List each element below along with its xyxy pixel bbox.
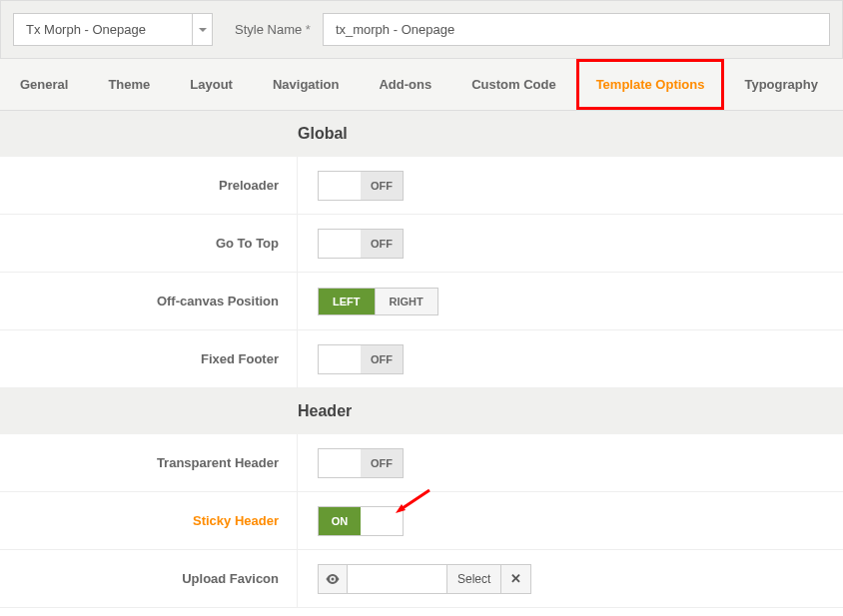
field-go-to-top: Go To Top OFF <box>0 215 843 273</box>
clear-button[interactable]: ✕ <box>501 564 531 594</box>
section-title-header: Header <box>0 388 843 434</box>
template-select-caret[interactable] <box>193 13 213 46</box>
toggle-off: OFF <box>361 449 403 477</box>
toggle-off: OFF <box>361 230 403 258</box>
select-button[interactable]: Select <box>447 564 501 594</box>
tabs: General Theme Layout Navigation Add-ons … <box>0 59 843 111</box>
toggle-transparent-header[interactable]: OFF <box>318 448 404 478</box>
field-upload-favicon: Upload Favicon Select ✕ <box>0 550 843 608</box>
toggle-off: OFF <box>361 172 403 200</box>
tab-typography[interactable]: Typography <box>724 59 837 110</box>
btn-off-canvas-right[interactable]: RIGHT <box>376 289 437 314</box>
field-sticky-header: Sticky Header ON <box>0 492 843 550</box>
toggle-on: ON <box>319 507 361 535</box>
tab-custom-code[interactable]: Custom Code <box>451 59 576 110</box>
tab-general[interactable]: General <box>0 59 88 110</box>
toggle-off: OFF <box>361 345 403 373</box>
chevron-down-icon <box>199 28 207 32</box>
btn-off-canvas-left[interactable]: LEFT <box>319 289 376 314</box>
field-transparent-header: Transparent Header OFF <box>0 434 843 492</box>
top-bar: Tx Morph - Onepage Style Name * <box>0 0 843 59</box>
template-select[interactable]: Tx Morph - Onepage <box>13 13 193 46</box>
toggle-blank <box>319 345 361 373</box>
toggle-blank <box>319 230 361 258</box>
section-title-global: Global <box>0 111 843 157</box>
label-sticky-header: Sticky Header <box>0 492 298 549</box>
field-off-canvas: Off-canvas Position LEFT RIGHT <box>0 273 843 330</box>
label-fixed-footer: Fixed Footer <box>0 330 298 387</box>
toggle-preloader[interactable]: OFF <box>318 171 404 201</box>
tab-navigation[interactable]: Navigation <box>253 59 359 110</box>
label-go-to-top: Go To Top <box>0 215 298 272</box>
style-name-input[interactable] <box>323 13 830 46</box>
btn-group-off-canvas: LEFT RIGHT <box>318 288 438 315</box>
tab-template-options[interactable]: Template Options <box>576 59 725 110</box>
tab-theme[interactable]: Theme <box>88 59 170 110</box>
field-fixed-footer: Fixed Footer OFF <box>0 330 843 388</box>
tab-layout[interactable]: Layout <box>170 59 253 110</box>
close-icon: ✕ <box>510 571 521 586</box>
template-select-wrap: Tx Morph - Onepage <box>13 13 213 46</box>
field-preloader: Preloader OFF <box>0 157 843 215</box>
eye-icon <box>325 571 341 587</box>
label-upload-favicon: Upload Favicon <box>0 550 298 607</box>
arrow-annotation-icon <box>392 488 431 518</box>
label-off-canvas: Off-canvas Position <box>0 273 298 329</box>
label-preloader: Preloader <box>0 157 298 214</box>
tab-addons[interactable]: Add-ons <box>359 59 451 110</box>
preview-button[interactable] <box>318 564 348 594</box>
toggle-blank <box>319 172 361 200</box>
file-picker-favicon: Select ✕ <box>318 564 531 594</box>
toggle-blank <box>319 449 361 477</box>
toggle-go-to-top[interactable]: OFF <box>318 229 404 259</box>
favicon-input[interactable] <box>348 564 447 594</box>
toggle-fixed-footer[interactable]: OFF <box>318 344 404 374</box>
label-transparent-header: Transparent Header <box>0 434 298 491</box>
style-name-label: Style Name * <box>235 22 311 37</box>
